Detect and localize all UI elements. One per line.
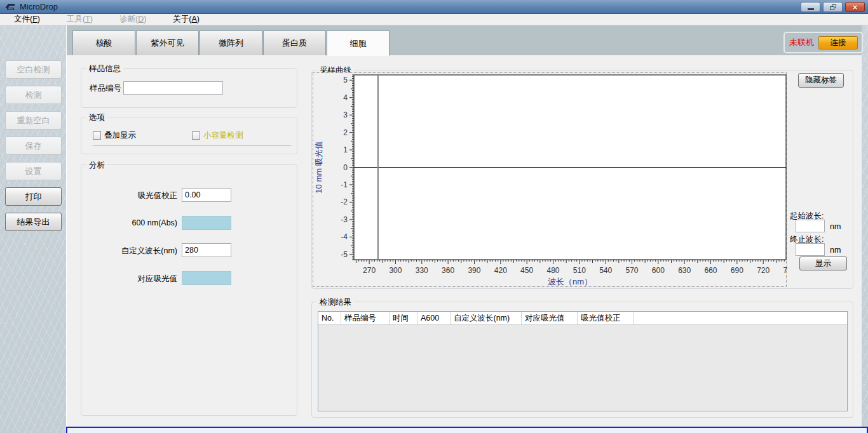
svg-text:-4: -4 bbox=[341, 232, 348, 241]
results-column-2[interactable]: 样品编号 bbox=[341, 312, 390, 324]
svg-text:660: 660 bbox=[704, 266, 717, 275]
menu-item-4[interactable]: 关于(A) bbox=[165, 13, 207, 25]
svg-text:3: 3 bbox=[343, 110, 348, 119]
checkbox-label: 小容量检测 bbox=[203, 130, 243, 141]
sample-id-input[interactable] bbox=[123, 81, 223, 95]
hide-labels-button[interactable]: 隐藏标签 bbox=[798, 73, 844, 88]
checkbox-icon bbox=[93, 131, 101, 140]
analysis-title: 分析 bbox=[86, 160, 107, 171]
results-table-header: No.样品编号时间A600自定义波长(nm)对应吸光值吸光值校正 bbox=[318, 312, 847, 325]
svg-text:600: 600 bbox=[652, 266, 665, 275]
svg-text:480: 480 bbox=[546, 266, 559, 275]
sidebar-button-5: 设置 bbox=[5, 162, 62, 180]
sidebar-button-1: 空白检测 bbox=[5, 60, 62, 79]
options-separator bbox=[93, 145, 291, 146]
analysis-label-2: 600 nm(Abs) bbox=[132, 218, 177, 227]
svg-text:-1: -1 bbox=[341, 180, 348, 189]
menu-item-2: 工具(T) bbox=[59, 13, 100, 25]
sidebar-button-4: 保存 bbox=[5, 137, 62, 155]
window-background-right bbox=[862, 25, 868, 433]
minimize-button[interactable] bbox=[801, 2, 820, 12]
svg-text:0: 0 bbox=[343, 163, 348, 172]
title-bar: MicroDrop × bbox=[0, 0, 868, 14]
svg-text:1: 1 bbox=[343, 145, 348, 154]
results-column-5[interactable]: 自定义波长(nm) bbox=[451, 312, 522, 324]
svg-text:10 mm 吸光值: 10 mm 吸光值 bbox=[314, 141, 323, 193]
tab-1[interactable]: 核酸 bbox=[72, 30, 135, 55]
end-wavelength-input[interactable] bbox=[796, 243, 825, 256]
svg-text:-5: -5 bbox=[341, 250, 348, 259]
restore-icon bbox=[830, 4, 836, 10]
sample-info-group: 样品信息 样品编号 bbox=[81, 68, 297, 108]
svg-text:2: 2 bbox=[343, 128, 348, 137]
chart-frame: 2703003303603904204504805105405706006306… bbox=[313, 72, 787, 287]
options-group: 选项 叠加显示小容量检测 bbox=[81, 117, 297, 154]
results-table-body bbox=[318, 325, 847, 411]
svg-text:540: 540 bbox=[599, 266, 612, 275]
checkbox-label: 叠加显示 bbox=[104, 130, 136, 141]
svg-text:300: 300 bbox=[389, 266, 402, 275]
options-title: 选项 bbox=[86, 112, 107, 123]
tab-3[interactable]: 微阵列 bbox=[200, 30, 262, 55]
minimize-icon bbox=[808, 8, 814, 10]
sidebar: 空白检测检测重新空白保存设置打印结果导出 bbox=[0, 25, 66, 433]
analysis-label-3: 自定义波长(nm) bbox=[121, 246, 177, 256]
close-button[interactable]: × bbox=[845, 2, 865, 12]
results-column-3[interactable]: 时间 bbox=[390, 312, 417, 324]
svg-text:330: 330 bbox=[416, 266, 428, 275]
connect-button[interactable]: 连接 bbox=[818, 36, 858, 50]
analysis-input-3[interactable] bbox=[182, 243, 231, 257]
start-wavelength-input[interactable] bbox=[796, 220, 825, 232]
tab-strip: 核酸紫外可见微阵列蛋白质细胞 bbox=[66, 25, 862, 55]
results-column-6[interactable]: 对应吸光值 bbox=[522, 312, 578, 324]
svg-text:波长（nm）: 波长（nm） bbox=[548, 277, 592, 286]
end-wavelength-unit: nm bbox=[830, 246, 841, 255]
svg-text:270: 270 bbox=[363, 266, 376, 275]
sample-info-title: 样品信息 bbox=[86, 63, 123, 74]
tab-5[interactable]: 细胞 bbox=[327, 30, 390, 56]
option-checkbox-2[interactable]: 小容量检测 bbox=[192, 130, 243, 141]
start-wavelength-unit: nm bbox=[830, 222, 841, 231]
svg-text:720: 720 bbox=[757, 266, 770, 275]
results-column-7[interactable]: 吸光值校正 bbox=[578, 312, 634, 324]
analysis-label-4: 对应吸光值 bbox=[138, 274, 178, 284]
analysis-input-1[interactable] bbox=[182, 188, 231, 202]
svg-text:5: 5 bbox=[343, 76, 348, 84]
svg-text:-2: -2 bbox=[341, 197, 348, 206]
sidebar-button-2: 检测 bbox=[5, 86, 62, 104]
restore-button[interactable] bbox=[823, 2, 843, 12]
results-table: No.样品编号时间A600自定义波长(nm)对应吸光值吸光值校正 bbox=[318, 311, 848, 411]
menu-bar: 文件(F)工具(T)诊断(D)关于(A) bbox=[0, 14, 868, 25]
tab-4[interactable]: 蛋白质 bbox=[263, 30, 326, 55]
app-icon bbox=[4, 3, 16, 11]
microdrop-window: { "window": { "title": "MicroDrop" }, "m… bbox=[0, 0, 868, 433]
svg-text:-3: -3 bbox=[341, 215, 348, 224]
sidebar-button-7[interactable]: 结果导出 bbox=[5, 213, 62, 231]
svg-text:630: 630 bbox=[678, 266, 691, 275]
svg-text:690: 690 bbox=[731, 266, 743, 275]
svg-text:450: 450 bbox=[520, 266, 533, 275]
sidebar-button-3: 重新空白 bbox=[5, 111, 62, 130]
option-checkbox-1[interactable]: 叠加显示 bbox=[93, 130, 136, 141]
sampling-curve-chart: 2703003303603904204504805105405706006306… bbox=[313, 73, 787, 288]
show-button[interactable]: 显示 bbox=[799, 256, 847, 270]
tab-2[interactable]: 紫外可见 bbox=[136, 30, 199, 55]
results-column-filler bbox=[634, 312, 847, 324]
svg-text:420: 420 bbox=[494, 266, 507, 275]
results-column-4[interactable]: A600 bbox=[417, 312, 451, 324]
connection-status: 未联机 bbox=[789, 37, 814, 48]
connection-box: 未联机 连接 bbox=[783, 32, 863, 53]
status-bar bbox=[66, 427, 868, 433]
svg-text:510: 510 bbox=[573, 266, 586, 275]
svg-text:570: 570 bbox=[625, 266, 638, 275]
sidebar-button-6[interactable]: 打印 bbox=[5, 187, 62, 206]
results-column-1[interactable]: No. bbox=[318, 312, 341, 324]
close-icon: × bbox=[853, 3, 858, 11]
menu-item-1[interactable]: 文件(F) bbox=[6, 13, 48, 25]
svg-text:750: 750 bbox=[783, 266, 787, 275]
analysis-readonly-field-2 bbox=[182, 216, 231, 230]
checkbox-icon bbox=[192, 131, 200, 140]
window-title: MicroDrop bbox=[20, 2, 58, 11]
analysis-label-1: 吸光值校正 bbox=[138, 190, 178, 201]
results-title: 检测结果 bbox=[317, 297, 354, 308]
